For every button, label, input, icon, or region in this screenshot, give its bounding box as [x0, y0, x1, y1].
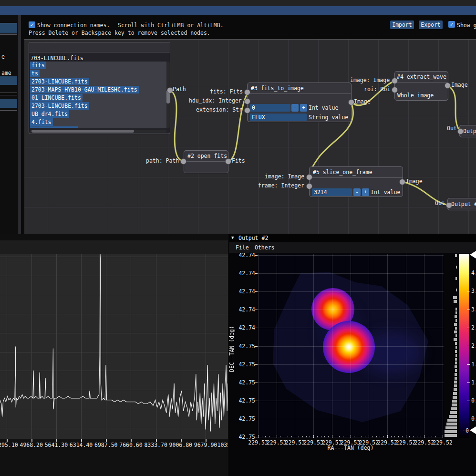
decrement-button[interactable]: -	[353, 188, 361, 196]
vertical-scrollbar-track[interactable]	[166, 62, 170, 128]
node-port[interactable]	[225, 158, 231, 165]
file-listbox[interactable]: fitsts2703-LINCUBE.fits2703-MAPS-HYB10-G…	[30, 62, 166, 128]
file-list-node-titlebar[interactable]	[29, 42, 170, 52]
node-port[interactable]	[244, 107, 250, 114]
horizontal-scrollbar-track[interactable]	[30, 130, 166, 133]
histogram-bar	[445, 430, 457, 433]
list-item[interactable]: ts	[30, 70, 40, 77]
extension-input[interactable]: FLUX	[250, 114, 307, 121]
sidebar-button[interactable]	[0, 76, 17, 85]
node-port[interactable]	[392, 87, 398, 93]
colorbar-max-handle[interactable]	[470, 251, 476, 259]
axis-tick	[443, 435, 443, 438]
menu-file[interactable]: File	[236, 244, 249, 251]
collapse-icon[interactable]: ▼	[231, 235, 234, 240]
histogram-bar	[454, 381, 457, 383]
histogram-bar	[445, 434, 457, 437]
axis-minor-tick	[406, 436, 406, 437]
frame-input[interactable]: 3214	[312, 188, 352, 196]
list-item[interactable]: fits	[30, 62, 46, 69]
colorbar-tick	[467, 273, 470, 273]
decrement-button[interactable]: -	[291, 104, 299, 112]
port-label-ext-in: extension: Str	[196, 106, 242, 113]
node-port[interactable]	[306, 174, 312, 180]
node-title[interactable]: #5 slice_one_frame	[310, 167, 403, 178]
y-tick-label: 42.74	[234, 288, 255, 295]
colorbar-tick	[467, 346, 470, 346]
show-connection-names-label: Show connection names.	[37, 22, 110, 29]
axis-minor-tick	[295, 436, 295, 437]
node-title[interactable]: #2 open_fits	[184, 151, 228, 162]
node-port[interactable]	[348, 99, 354, 105]
y-tick-label: 42.75	[234, 397, 255, 404]
axis-minor-tick	[265, 436, 266, 437]
axis-minor-tick	[321, 436, 321, 437]
show-grid-checkbox[interactable]: ✓	[448, 21, 455, 28]
colorbar-min-handle[interactable]	[470, 426, 476, 434]
show-connection-names-checkbox[interactable]: ✓	[29, 21, 35, 28]
gridline	[131, 254, 131, 439]
gridline	[7, 254, 7, 439]
port-label-image-out: Image	[354, 98, 371, 105]
export-button[interactable]: Export	[419, 21, 443, 29]
node-port[interactable]	[244, 98, 250, 104]
gridline	[56, 254, 57, 439]
node-port[interactable]	[167, 87, 173, 93]
y-tick-label: 42.75	[234, 379, 255, 386]
output2-header[interactable]: ▼ Output #2	[229, 234, 476, 242]
menu-others[interactable]: Others	[255, 244, 275, 251]
node-slice-one-frame[interactable]: #5 slice_one_frame 3214 - + Int value	[309, 166, 403, 197]
port-label-out-in: Out	[447, 125, 457, 132]
list-item[interactable]: 2703-MAPS-HYB10-GAU-MILESHC.fits	[30, 86, 139, 93]
node-port[interactable]	[399, 179, 405, 185]
port-label-image-in: image: Image	[265, 173, 304, 180]
current-file-label: 703-LINCUBE.fits	[31, 54, 83, 62]
spectrum-plot-area[interactable]	[0, 254, 228, 439]
list-item[interactable]: 2703-LINCUBE.fits	[30, 102, 89, 110]
axis-tick	[255, 419, 258, 419]
list-item[interactable]: 4.fits	[30, 118, 53, 126]
gridline	[0, 295, 228, 295]
list-item[interactable]: UB_dr4.fits	[30, 110, 69, 118]
node-open-fits[interactable]: #2 open_fits	[184, 150, 228, 173]
node-port[interactable]	[445, 83, 451, 89]
node-port[interactable]	[180, 158, 186, 165]
axis-minor-tick	[269, 436, 269, 437]
increment-button[interactable]: +	[300, 104, 307, 112]
axis-tick	[255, 273, 258, 274]
import-button[interactable]: Import	[390, 21, 414, 29]
sidebar-button[interactable]	[0, 99, 17, 108]
histogram-bar	[455, 354, 457, 357]
increment-button[interactable]: +	[362, 188, 369, 196]
node-port[interactable]	[392, 78, 398, 84]
list-item[interactable]: 01-LINCUBE.fits	[30, 94, 83, 102]
node-port[interactable]	[306, 183, 312, 189]
gridline	[31, 254, 32, 439]
panel-splitter[interactable]	[18, 15, 21, 234]
node-extract-wave[interactable]: #4 extract_wave Whole image	[394, 71, 448, 101]
string-value-label: String value	[309, 114, 348, 121]
axis-minor-tick	[306, 436, 307, 437]
gridline	[258, 255, 444, 256]
histogram-bar	[454, 300, 457, 303]
axis-tick	[255, 364, 258, 365]
node-port[interactable]	[457, 128, 464, 135]
node-title[interactable]: #4 extract_wave	[395, 72, 448, 83]
histogram-bar	[453, 296, 457, 299]
node-port[interactable]	[244, 89, 250, 95]
gridline	[0, 276, 228, 276]
window-titlebar[interactable]	[0, 6, 476, 15]
node-fits-to-image[interactable]: #3 fits_to_image 0 - + Int value FLUX St…	[247, 83, 352, 122]
list-item-partial[interactable]	[30, 126, 78, 128]
show-grid-label: Show g	[457, 22, 476, 29]
node-port[interactable]	[446, 202, 452, 208]
colorbar-tick-label: 0.	[471, 415, 476, 422]
node-title[interactable]: Output #	[448, 198, 476, 209]
list-item[interactable]: 2703-LINCUBE.fits	[30, 78, 89, 85]
axis-tick	[255, 310, 258, 310]
sidebar-button[interactable]	[0, 23, 17, 33]
node-title[interactable]: #3 fits_to_image	[248, 83, 351, 94]
hdu-idx-input[interactable]: 0	[250, 104, 290, 112]
file-list-node[interactable]: 703-LINCUBE.fits fitsts2703-LINCUBE.fits…	[29, 42, 170, 134]
horizontal-scrollbar-thumb[interactable]	[31, 130, 134, 133]
